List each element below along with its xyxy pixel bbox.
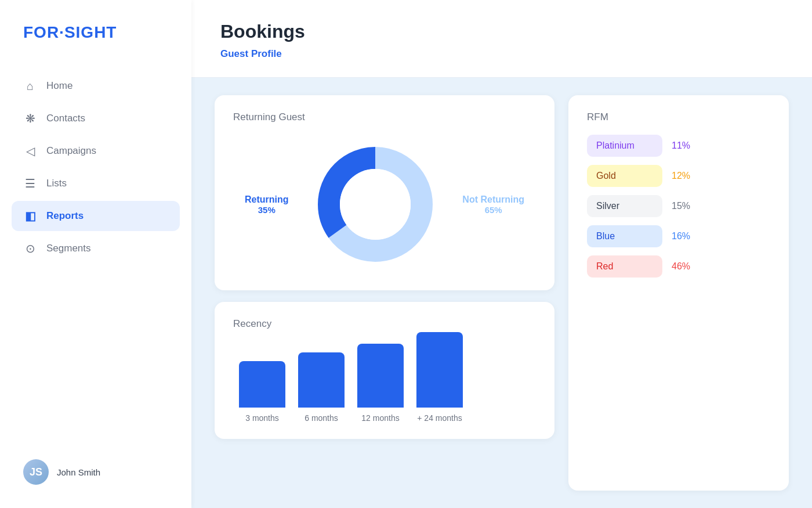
sidebar-item-lists[interactable]: ☰ Lists	[12, 168, 180, 199]
donut-container: Returning 35% Not Returning	[233, 135, 536, 274]
returning-pct: 35%	[245, 205, 289, 215]
recency-card: Recency 3 months 6 months 12 months + 24…	[215, 302, 554, 439]
rfm-badge-platinum: Platinium	[587, 135, 662, 157]
bar-item: 12 months	[357, 344, 404, 423]
sidebar-item-reports[interactable]: ◧ Reports	[12, 201, 180, 231]
sidebar-item-campaigns[interactable]: ◁ Campaigns	[12, 136, 180, 166]
sidebar-label-reports: Reports	[46, 210, 84, 222]
sidebar: FOR·SIGHT ⌂ Home ❋ Contacts ◁ Campaigns …	[0, 0, 191, 508]
dashboard: Returning Guest Returning 35%	[191, 78, 812, 508]
bar-item: + 24 months	[416, 332, 463, 423]
returning-label-group: Returning 35%	[245, 194, 289, 215]
logo-prefix: FOR·	[23, 23, 64, 41]
page-title: Bookings	[220, 21, 783, 42]
nav-menu: ⌂ Home ❋ Contacts ◁ Campaigns ☰ Lists ◧ …	[0, 71, 191, 436]
bar-label: 6 months	[304, 413, 338, 423]
rfm-badge-silver: Silver	[587, 195, 662, 217]
username: John Smith	[57, 467, 100, 477]
rfm-item-red: Red 46%	[587, 255, 770, 278]
sidebar-label-segments: Segments	[46, 243, 91, 254]
rfm-badge-gold: Gold	[587, 165, 662, 187]
campaigns-icon: ◁	[23, 144, 37, 158]
bar	[416, 332, 463, 408]
recency-bars: 3 months 6 months 12 months + 24 months	[233, 341, 536, 423]
logo: FOR·SIGHT	[0, 23, 191, 71]
sidebar-item-home[interactable]: ⌂ Home	[12, 71, 180, 101]
rfm-card: RFM Platinium 11% Gold 12% Silver 15% Bl…	[568, 95, 789, 491]
rfm-item-gold: Gold 12%	[587, 165, 770, 187]
rfm-item-blue: Blue 16%	[587, 225, 770, 247]
breadcrumb-link[interactable]: Guest Profile	[220, 48, 282, 59]
not-returning-label: Not Returning	[462, 194, 524, 205]
bar-label: + 24 months	[417, 413, 462, 423]
not-returning-pct: 65%	[462, 205, 524, 215]
recency-title: Recency	[233, 318, 536, 330]
sidebar-label-home: Home	[46, 80, 72, 92]
sidebar-label-contacts: Contacts	[46, 113, 85, 124]
returning-label: Returning	[245, 194, 289, 205]
contacts-icon: ❋	[23, 111, 37, 125]
sidebar-label-lists: Lists	[46, 178, 67, 189]
not-returning-label-group: Not Returning 65%	[462, 194, 524, 215]
left-column: Returning Guest Returning 35%	[215, 95, 554, 491]
sidebar-label-campaigns: Campaigns	[46, 145, 96, 157]
rfm-pct-platinum: 11%	[672, 140, 690, 151]
bar	[239, 361, 285, 408]
sidebar-item-contacts[interactable]: ❋ Contacts	[12, 103, 180, 134]
bar	[298, 352, 345, 408]
segments-icon: ⊙	[23, 242, 37, 255]
reports-icon: ◧	[23, 209, 37, 223]
bar	[357, 344, 404, 408]
home-icon: ⌂	[23, 79, 37, 93]
rfm-pct-silver: 15%	[672, 201, 690, 211]
bar-label: 12 months	[361, 413, 399, 423]
rfm-title: RFM	[587, 111, 770, 123]
sidebar-item-segments[interactable]: ⊙ Segments	[12, 233, 180, 264]
rfm-badge-red: Red	[587, 255, 662, 278]
returning-guest-card: Returning Guest Returning 35%	[215, 95, 554, 290]
returning-guest-title: Returning Guest	[233, 111, 536, 123]
rfm-item-platinum: Platinium 11%	[587, 135, 770, 157]
right-column: RFM Platinium 11% Gold 12% Silver 15% Bl…	[568, 95, 789, 491]
bar-label: 3 months	[245, 413, 279, 423]
main-content: Bookings Guest Profile Returning Guest R…	[191, 0, 812, 508]
svg-point-2	[340, 169, 411, 240]
rfm-pct-gold: 12%	[672, 171, 690, 181]
donut-chart	[311, 140, 439, 268]
logo-highlight: SIGHT	[64, 23, 117, 41]
user-section: JS John Smith	[0, 448, 191, 496]
bar-item: 6 months	[298, 352, 345, 423]
rfm-badge-blue: Blue	[587, 225, 662, 247]
avatar: JS	[23, 459, 49, 485]
rfm-pct-blue: 16%	[672, 231, 690, 242]
lists-icon: ☰	[23, 176, 37, 190]
rfm-pct-red: 46%	[672, 261, 690, 272]
bar-item: 3 months	[239, 361, 285, 423]
header-panel: Bookings Guest Profile	[191, 0, 812, 78]
rfm-item-silver: Silver 15%	[587, 195, 770, 217]
rfm-items: Platinium 11% Gold 12% Silver 15% Blue 1…	[587, 135, 770, 278]
